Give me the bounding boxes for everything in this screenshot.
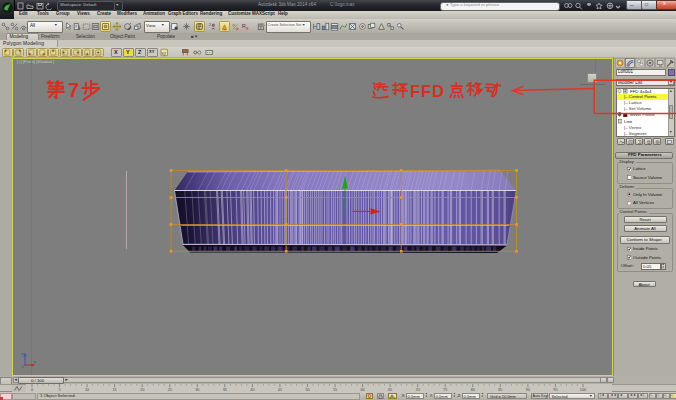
svg-text:2: 2 [209, 22, 212, 27]
svg-text:z: z [22, 351, 24, 356]
svg-text:R: R [242, 22, 246, 28]
svg-text:x: x [34, 359, 36, 364]
svg-text:xy: xy [161, 50, 166, 55]
